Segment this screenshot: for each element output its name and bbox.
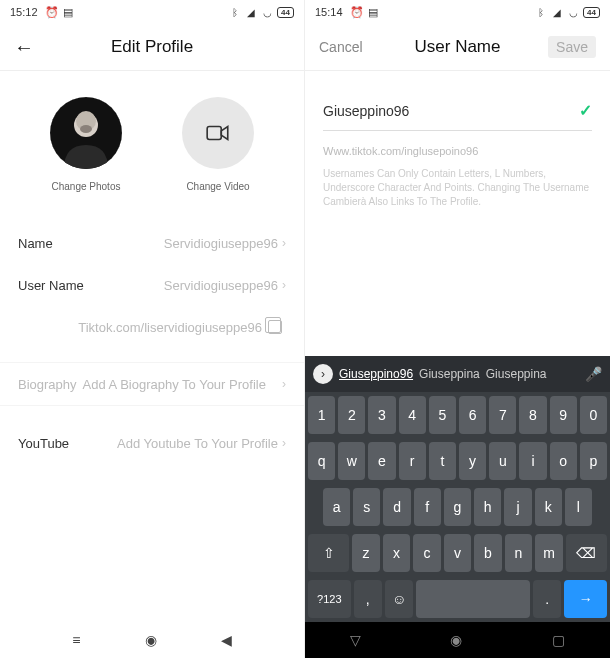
username-input[interactable]: Giuseppino96 xyxy=(323,103,579,119)
clock: 15:14 xyxy=(315,6,343,18)
suggestion[interactable]: Giuseppino96 xyxy=(339,367,413,381)
chevron-right-icon: › xyxy=(282,236,286,250)
username-value: Servidiogiuseppe96 xyxy=(164,278,278,293)
key-w[interactable]: w xyxy=(338,442,365,480)
alarm-icon: ⏰ xyxy=(46,6,58,18)
youtube-row[interactable]: YouTube Add Youtube To Your Profile › xyxy=(0,422,304,464)
key-9[interactable]: 9 xyxy=(550,396,577,434)
enter-key[interactable]: → xyxy=(564,580,607,618)
space-key[interactable] xyxy=(416,580,530,618)
nav-back-icon[interactable]: ◀ xyxy=(221,632,232,648)
copy-icon[interactable] xyxy=(268,320,282,334)
save-button[interactable]: Save xyxy=(548,36,596,58)
key-b[interactable]: b xyxy=(474,534,502,572)
key-7[interactable]: 7 xyxy=(489,396,516,434)
key-6[interactable]: 6 xyxy=(459,396,486,434)
back-button[interactable]: ← xyxy=(14,36,34,59)
keyboard-row-numbers: 1 2 3 4 5 6 7 8 9 0 xyxy=(305,392,610,438)
biography-placeholder: Add A Biography To Your Profile xyxy=(83,377,266,392)
key-4[interactable]: 4 xyxy=(399,396,426,434)
shift-key[interactable]: ⇧ xyxy=(308,534,349,572)
key-a[interactable]: a xyxy=(323,488,350,526)
keyboard-row-zxcv: ⇧ z x c v b n m ⌫ xyxy=(305,530,610,576)
input-underline xyxy=(323,130,592,131)
key-h[interactable]: h xyxy=(474,488,501,526)
nav-menu-icon[interactable]: ≡ xyxy=(72,632,80,648)
suggestion-bar: › Giuseppino96 Giuseppina Giuseppina 🎤 xyxy=(305,356,610,392)
name-label: Name xyxy=(18,236,53,251)
chevron-right-icon: › xyxy=(282,278,286,292)
key-8[interactable]: 8 xyxy=(519,396,546,434)
status-bar: 15:14 ⏰ ▤ ᛒ ◢ ◡ 44 xyxy=(305,0,610,24)
keyboard-row-asdf: a s d f g h j k l xyxy=(305,484,610,530)
svg-point-4 xyxy=(80,125,92,133)
key-r[interactable]: r xyxy=(399,442,426,480)
signal-icon: ◢ xyxy=(245,6,257,18)
username-label: User Name xyxy=(18,278,84,293)
key-q[interactable]: q xyxy=(308,442,335,480)
header: ← Edit Profile xyxy=(0,24,304,70)
nav-home-icon[interactable]: ◉ xyxy=(450,632,462,648)
biography-row[interactable]: Biography Add A Biography To Your Profil… xyxy=(0,362,304,406)
key-f[interactable]: f xyxy=(414,488,441,526)
key-c[interactable]: c xyxy=(413,534,441,572)
youtube-placeholder: Add Youtube To Your Profile xyxy=(117,436,278,451)
nav-recent-icon[interactable]: ▢ xyxy=(552,632,565,648)
nav-home-icon[interactable]: ◉ xyxy=(145,632,157,648)
key-g[interactable]: g xyxy=(444,488,471,526)
symbols-key[interactable]: ?123 xyxy=(308,580,351,618)
chevron-right-icon: › xyxy=(282,436,286,450)
key-e[interactable]: e xyxy=(368,442,395,480)
username-form: Giuseppino96 ✓ Www.tiktok.com/inglusepoi… xyxy=(305,71,610,239)
change-video-button[interactable]: Change Video xyxy=(182,97,254,192)
username-url: Www.tiktok.com/inglusepoino96 xyxy=(323,145,592,157)
key-j[interactable]: j xyxy=(504,488,531,526)
key-t[interactable]: t xyxy=(429,442,456,480)
key-m[interactable]: m xyxy=(535,534,563,572)
biography-label: Biography xyxy=(18,377,77,392)
backspace-key[interactable]: ⌫ xyxy=(566,534,607,572)
key-2[interactable]: 2 xyxy=(338,396,365,434)
key-l[interactable]: l xyxy=(565,488,592,526)
expand-icon[interactable]: › xyxy=(313,364,333,384)
key-y[interactable]: y xyxy=(459,442,486,480)
suggestion[interactable]: Giuseppina xyxy=(486,367,547,381)
key-z[interactable]: z xyxy=(352,534,380,572)
comma-key[interactable]: , xyxy=(354,580,382,618)
name-row[interactable]: Name Servidiogiuseppe96 › xyxy=(18,222,286,264)
key-3[interactable]: 3 xyxy=(368,396,395,434)
period-key[interactable]: . xyxy=(533,580,561,618)
video-icon xyxy=(182,97,254,169)
key-1[interactable]: 1 xyxy=(308,396,335,434)
key-d[interactable]: d xyxy=(383,488,410,526)
emoji-key[interactable]: ☺ xyxy=(385,580,413,618)
key-x[interactable]: x xyxy=(383,534,411,572)
status-bar: 15:12 ⏰ ▤ ᛒ ◢ ◡ 44 xyxy=(0,0,304,24)
chevron-right-icon: › xyxy=(282,377,286,391)
edit-profile-screen: 15:12 ⏰ ▤ ᛒ ◢ ◡ 44 ← Edit Profile Change… xyxy=(0,0,305,658)
key-u[interactable]: u xyxy=(489,442,516,480)
key-s[interactable]: s xyxy=(353,488,380,526)
name-value: Servidiogiuseppe96 xyxy=(164,236,278,251)
username-row[interactable]: User Name Servidiogiuseppe96 › xyxy=(18,264,286,306)
key-k[interactable]: k xyxy=(535,488,562,526)
key-i[interactable]: i xyxy=(519,442,546,480)
key-v[interactable]: v xyxy=(444,534,472,572)
bluetooth-icon: ᛒ xyxy=(229,6,241,18)
key-o[interactable]: o xyxy=(550,442,577,480)
cancel-button[interactable]: Cancel xyxy=(319,39,363,55)
key-5[interactable]: 5 xyxy=(429,396,456,434)
change-photo-button[interactable]: Change Photos xyxy=(50,97,122,192)
change-photo-label: Change Photos xyxy=(52,181,121,192)
suggestion[interactable]: Giuseppina xyxy=(419,367,480,381)
key-0[interactable]: 0 xyxy=(580,396,607,434)
mic-icon[interactable]: 🎤 xyxy=(585,366,602,382)
key-p[interactable]: p xyxy=(580,442,607,480)
clock: 15:12 xyxy=(10,6,38,18)
avatar-row: Change Photos Change Video xyxy=(0,71,304,202)
page-title: Edit Profile xyxy=(111,37,193,57)
keyboard: › Giuseppino96 Giuseppina Giuseppina 🎤 1… xyxy=(305,356,610,658)
nav-back-icon[interactable]: ▽ xyxy=(350,632,361,648)
key-n[interactable]: n xyxy=(505,534,533,572)
header: Cancel User Name Save xyxy=(305,24,610,70)
